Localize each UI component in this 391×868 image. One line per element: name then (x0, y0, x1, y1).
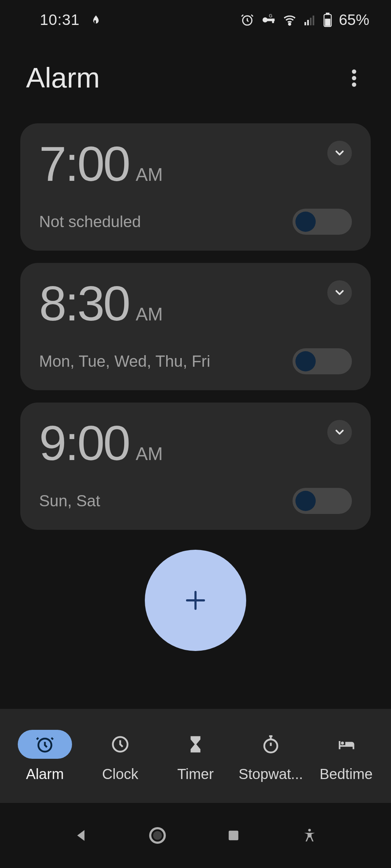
contrast-icon (91, 14, 101, 25)
alarm-icon (35, 735, 55, 754)
svg-rect-22 (229, 831, 239, 841)
add-alarm-button[interactable] (145, 550, 246, 651)
recents-button[interactable] (217, 819, 250, 852)
alarm-time: 8:30 (39, 279, 129, 328)
more-options-button[interactable] (343, 67, 365, 89)
expand-alarm-button[interactable] (327, 420, 352, 444)
svg-point-5 (289, 23, 290, 25)
svg-point-23 (308, 829, 311, 831)
alarm-time: 9:00 (39, 418, 129, 468)
alarm-schedule: Sun, Sat (39, 492, 100, 510)
hourglass-icon (186, 735, 205, 754)
alarm-list: 7:00 AM Not scheduled 8:30 AM (0, 123, 391, 530)
alarm-time-display[interactable]: 8:30 AM (39, 279, 163, 328)
nav-label: Alarm (26, 766, 64, 782)
alarm-card[interactable]: 7:00 AM Not scheduled (20, 123, 371, 251)
nav-label: Timer (177, 766, 214, 782)
alarm-time-display[interactable]: 7:00 AM (39, 139, 163, 188)
more-vert-icon (352, 69, 356, 87)
status-bar: 10:31 G 65% (0, 0, 391, 40)
alarm-time: 7:00 (39, 139, 129, 188)
alarm-time-display[interactable]: 9:00 AM (39, 418, 163, 468)
svg-rect-7 (307, 20, 309, 25)
alarm-ampm: AM (136, 164, 163, 185)
toggle-thumb (295, 351, 316, 371)
chevron-down-icon (333, 286, 346, 299)
alarm-toggle[interactable] (293, 209, 352, 235)
alarm-schedule: Mon, Tue, Wed, Thu, Fri (39, 352, 210, 370)
plus-icon (183, 588, 208, 613)
svg-point-15 (352, 82, 356, 87)
svg-text:G: G (269, 13, 273, 18)
bed-icon (336, 735, 356, 754)
signal-icon (303, 13, 316, 26)
toggle-thumb (295, 212, 316, 232)
nav-alarm[interactable]: Alarm (7, 730, 83, 782)
expand-alarm-button[interactable] (327, 141, 352, 165)
svg-rect-8 (310, 18, 312, 25)
bottom-nav: Alarm Clock Timer Stopwat... Bedtime (0, 709, 391, 803)
circle-home-icon (149, 827, 166, 844)
status-time: 10:31 (40, 11, 80, 29)
toggle-thumb (295, 491, 316, 511)
triangle-back-icon (74, 827, 89, 844)
clock-icon (110, 735, 130, 754)
home-button[interactable] (141, 819, 174, 852)
svg-point-1 (262, 17, 268, 22)
nav-timer[interactable]: Timer (158, 730, 233, 782)
alarm-toggle[interactable] (293, 488, 352, 514)
svg-point-21 (153, 831, 162, 840)
nav-label: Stopwat... (239, 766, 303, 782)
chevron-down-icon (333, 426, 346, 439)
svg-rect-3 (272, 19, 274, 23)
nav-label: Clock (102, 766, 138, 782)
alarm-ampm: AM (136, 304, 163, 325)
back-button[interactable] (65, 819, 98, 852)
alarm-card[interactable]: 9:00 AM Sun, Sat (20, 403, 371, 530)
alarm-ampm: AM (136, 443, 163, 464)
alarm-status-icon (240, 13, 254, 27)
battery-icon (323, 13, 332, 27)
accessibility-button[interactable] (293, 819, 326, 852)
svg-rect-12 (325, 19, 330, 26)
svg-rect-6 (304, 22, 306, 25)
svg-point-19 (341, 741, 344, 744)
vpn-key-icon: G (261, 12, 276, 27)
stopwatch-icon (261, 735, 281, 754)
svg-point-13 (352, 69, 356, 74)
svg-rect-9 (312, 16, 314, 25)
square-recents-icon (226, 828, 241, 843)
nav-bedtime[interactable]: Bedtime (308, 730, 384, 782)
alarm-card[interactable]: 8:30 AM Mon, Tue, Wed, Thu, Fri (20, 263, 371, 390)
page-title: Alarm (26, 61, 100, 94)
alarm-toggle[interactable] (293, 348, 352, 374)
nav-stopwatch[interactable]: Stopwat... (233, 730, 308, 782)
nav-clock[interactable]: Clock (83, 730, 158, 782)
wifi-icon (282, 13, 297, 27)
svg-point-14 (352, 76, 356, 80)
alarm-schedule: Not scheduled (39, 213, 141, 231)
system-nav-bar (0, 803, 391, 868)
header: Alarm (0, 40, 391, 123)
battery-percent: 65% (339, 11, 369, 29)
nav-label: Bedtime (320, 766, 373, 782)
chevron-down-icon (333, 146, 346, 159)
expand-alarm-button[interactable] (327, 280, 352, 305)
accessibility-icon (302, 827, 318, 843)
